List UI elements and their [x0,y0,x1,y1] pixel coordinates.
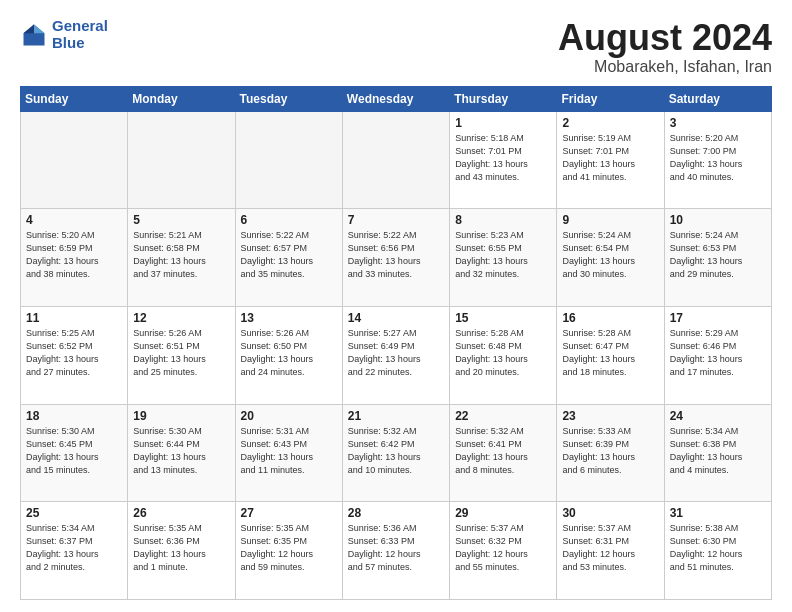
day-info: Sunrise: 5:26 AM Sunset: 6:51 PM Dayligh… [133,327,229,379]
calendar-cell: 20Sunrise: 5:31 AM Sunset: 6:43 PM Dayli… [235,404,342,502]
calendar-cell: 24Sunrise: 5:34 AM Sunset: 6:38 PM Dayli… [664,404,771,502]
weekday-header: Monday [128,86,235,111]
weekday-header: Saturday [664,86,771,111]
calendar-week-row: 18Sunrise: 5:30 AM Sunset: 6:45 PM Dayli… [21,404,772,502]
day-info: Sunrise: 5:32 AM Sunset: 6:41 PM Dayligh… [455,425,551,477]
day-number: 6 [241,213,337,227]
calendar-week-row: 11Sunrise: 5:25 AM Sunset: 6:52 PM Dayli… [21,306,772,404]
calendar-cell: 22Sunrise: 5:32 AM Sunset: 6:41 PM Dayli… [450,404,557,502]
weekday-header: Sunday [21,86,128,111]
day-info: Sunrise: 5:19 AM Sunset: 7:01 PM Dayligh… [562,132,658,184]
day-number: 12 [133,311,229,325]
day-number: 22 [455,409,551,423]
day-number: 3 [670,116,766,130]
day-number: 26 [133,506,229,520]
day-number: 31 [670,506,766,520]
calendar-cell: 8Sunrise: 5:23 AM Sunset: 6:55 PM Daylig… [450,209,557,307]
day-number: 16 [562,311,658,325]
calendar-cell: 18Sunrise: 5:30 AM Sunset: 6:45 PM Dayli… [21,404,128,502]
weekday-header: Friday [557,86,664,111]
calendar-cell: 21Sunrise: 5:32 AM Sunset: 6:42 PM Dayli… [342,404,449,502]
day-info: Sunrise: 5:37 AM Sunset: 6:32 PM Dayligh… [455,522,551,574]
day-info: Sunrise: 5:22 AM Sunset: 6:57 PM Dayligh… [241,229,337,281]
day-number: 20 [241,409,337,423]
calendar-cell: 1Sunrise: 5:18 AM Sunset: 7:01 PM Daylig… [450,111,557,209]
day-number: 27 [241,506,337,520]
day-number: 24 [670,409,766,423]
calendar-cell: 25Sunrise: 5:34 AM Sunset: 6:37 PM Dayli… [21,502,128,600]
day-number: 1 [455,116,551,130]
header: General Blue August 2024 Mobarakeh, Isfa… [20,18,772,76]
calendar-cell: 6Sunrise: 5:22 AM Sunset: 6:57 PM Daylig… [235,209,342,307]
day-number: 17 [670,311,766,325]
calendar-cell: 10Sunrise: 5:24 AM Sunset: 6:53 PM Dayli… [664,209,771,307]
day-info: Sunrise: 5:28 AM Sunset: 6:48 PM Dayligh… [455,327,551,379]
day-info: Sunrise: 5:27 AM Sunset: 6:49 PM Dayligh… [348,327,444,379]
day-number: 10 [670,213,766,227]
day-info: Sunrise: 5:34 AM Sunset: 6:38 PM Dayligh… [670,425,766,477]
calendar-cell: 15Sunrise: 5:28 AM Sunset: 6:48 PM Dayli… [450,306,557,404]
day-number: 21 [348,409,444,423]
calendar-cell: 29Sunrise: 5:37 AM Sunset: 6:32 PM Dayli… [450,502,557,600]
calendar-cell: 3Sunrise: 5:20 AM Sunset: 7:00 PM Daylig… [664,111,771,209]
day-info: Sunrise: 5:20 AM Sunset: 7:00 PM Dayligh… [670,132,766,184]
logo-icon [20,21,48,49]
logo: General Blue [20,18,108,51]
day-number: 4 [26,213,122,227]
calendar-cell: 27Sunrise: 5:35 AM Sunset: 6:35 PM Dayli… [235,502,342,600]
calendar-table: SundayMondayTuesdayWednesdayThursdayFrid… [20,86,772,600]
day-info: Sunrise: 5:20 AM Sunset: 6:59 PM Dayligh… [26,229,122,281]
logo-text: General Blue [52,18,108,51]
day-number: 28 [348,506,444,520]
day-info: Sunrise: 5:22 AM Sunset: 6:56 PM Dayligh… [348,229,444,281]
day-number: 15 [455,311,551,325]
day-info: Sunrise: 5:30 AM Sunset: 6:45 PM Dayligh… [26,425,122,477]
calendar-cell: 5Sunrise: 5:21 AM Sunset: 6:58 PM Daylig… [128,209,235,307]
calendar-cell: 19Sunrise: 5:30 AM Sunset: 6:44 PM Dayli… [128,404,235,502]
day-info: Sunrise: 5:30 AM Sunset: 6:44 PM Dayligh… [133,425,229,477]
day-info: Sunrise: 5:21 AM Sunset: 6:58 PM Dayligh… [133,229,229,281]
day-number: 18 [26,409,122,423]
calendar-cell: 12Sunrise: 5:26 AM Sunset: 6:51 PM Dayli… [128,306,235,404]
day-number: 19 [133,409,229,423]
calendar-cell: 26Sunrise: 5:35 AM Sunset: 6:36 PM Dayli… [128,502,235,600]
day-number: 2 [562,116,658,130]
calendar-cell: 2Sunrise: 5:19 AM Sunset: 7:01 PM Daylig… [557,111,664,209]
calendar-cell [21,111,128,209]
day-number: 29 [455,506,551,520]
day-info: Sunrise: 5:25 AM Sunset: 6:52 PM Dayligh… [26,327,122,379]
page: General Blue August 2024 Mobarakeh, Isfa… [0,0,792,612]
calendar-week-row: 4Sunrise: 5:20 AM Sunset: 6:59 PM Daylig… [21,209,772,307]
day-info: Sunrise: 5:37 AM Sunset: 6:31 PM Dayligh… [562,522,658,574]
calendar-cell: 28Sunrise: 5:36 AM Sunset: 6:33 PM Dayli… [342,502,449,600]
day-info: Sunrise: 5:34 AM Sunset: 6:37 PM Dayligh… [26,522,122,574]
day-info: Sunrise: 5:35 AM Sunset: 6:35 PM Dayligh… [241,522,337,574]
calendar-week-row: 1Sunrise: 5:18 AM Sunset: 7:01 PM Daylig… [21,111,772,209]
day-number: 8 [455,213,551,227]
day-info: Sunrise: 5:32 AM Sunset: 6:42 PM Dayligh… [348,425,444,477]
day-info: Sunrise: 5:29 AM Sunset: 6:46 PM Dayligh… [670,327,766,379]
day-number: 7 [348,213,444,227]
calendar-cell: 17Sunrise: 5:29 AM Sunset: 6:46 PM Dayli… [664,306,771,404]
day-info: Sunrise: 5:24 AM Sunset: 6:54 PM Dayligh… [562,229,658,281]
calendar-cell: 23Sunrise: 5:33 AM Sunset: 6:39 PM Dayli… [557,404,664,502]
day-info: Sunrise: 5:38 AM Sunset: 6:30 PM Dayligh… [670,522,766,574]
calendar-cell [342,111,449,209]
day-info: Sunrise: 5:26 AM Sunset: 6:50 PM Dayligh… [241,327,337,379]
calendar-cell: 4Sunrise: 5:20 AM Sunset: 6:59 PM Daylig… [21,209,128,307]
day-info: Sunrise: 5:31 AM Sunset: 6:43 PM Dayligh… [241,425,337,477]
day-number: 13 [241,311,337,325]
calendar-cell: 16Sunrise: 5:28 AM Sunset: 6:47 PM Dayli… [557,306,664,404]
calendar-cell: 9Sunrise: 5:24 AM Sunset: 6:54 PM Daylig… [557,209,664,307]
calendar-cell: 31Sunrise: 5:38 AM Sunset: 6:30 PM Dayli… [664,502,771,600]
day-number: 23 [562,409,658,423]
main-title: August 2024 [558,18,772,58]
weekday-header: Thursday [450,86,557,111]
day-number: 9 [562,213,658,227]
day-number: 14 [348,311,444,325]
day-info: Sunrise: 5:33 AM Sunset: 6:39 PM Dayligh… [562,425,658,477]
day-number: 30 [562,506,658,520]
calendar-cell: 14Sunrise: 5:27 AM Sunset: 6:49 PM Dayli… [342,306,449,404]
weekday-header: Tuesday [235,86,342,111]
day-info: Sunrise: 5:18 AM Sunset: 7:01 PM Dayligh… [455,132,551,184]
